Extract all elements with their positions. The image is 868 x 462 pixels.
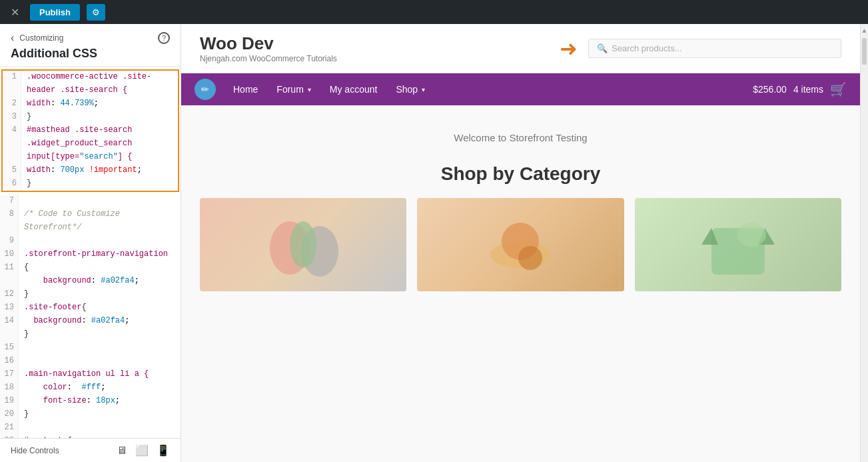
line-number [0, 328, 19, 341]
line-content: .site-footer{ [19, 301, 181, 315]
code-line: header .site-search { [3, 84, 178, 97]
category-card-hats[interactable] [417, 198, 624, 291]
line-content: background: #a02fa4; [19, 275, 181, 288]
line-number: 6 [3, 177, 21, 191]
sidebar-header: ‹ Customizing ? Additional CSS [0, 24, 181, 67]
line-content: Storefront*/ [19, 221, 181, 235]
code-editor[interactable]: 1 .woocommerce-active .site- header .sit… [0, 67, 181, 438]
line-number: 13 [0, 301, 19, 315]
code-line: 9 [0, 235, 181, 248]
right-scrollbar[interactable]: ▲ [860, 24, 868, 462]
code-line: 5 width: 700px !important; [3, 164, 178, 177]
search-icon: 🔍 [597, 43, 608, 53]
back-arrow-icon[interactable]: ‹ [11, 32, 14, 44]
line-content: { [19, 261, 181, 275]
line-content: #masthead .site-search [21, 124, 178, 137]
edit-pencil-icon[interactable]: ✏ [195, 79, 216, 100]
code-line: 12 } [0, 288, 181, 301]
line-number: 15 [0, 341, 19, 355]
line-content: } [21, 177, 178, 191]
section-title: Additional CSS [11, 47, 170, 61]
code-line: 20 } [0, 408, 181, 421]
shop-dropdown-arrow-icon: ▾ [422, 86, 425, 93]
store-tagline: Njengah.com WooCommerce Tutorials [200, 54, 337, 63]
sidebar: ‹ Customizing ? Additional CSS 1 .woocom… [0, 24, 181, 462]
line-number: 10 [0, 248, 19, 261]
line-number: 12 [0, 288, 19, 301]
line-content: .widget_product_search [21, 137, 178, 151]
code-line: 7 [0, 195, 181, 208]
cart-items-count: 4 items [793, 84, 823, 95]
shop-category-label: Shop by Category [441, 163, 601, 184]
line-number: 11 [0, 261, 19, 275]
svg-point-5 [518, 246, 542, 270]
desktop-icon[interactable]: 🖥 [117, 445, 127, 457]
code-line: Storefront*/ [0, 221, 181, 235]
help-icon[interactable]: ? [158, 32, 170, 44]
code-line: .widget_product_search [3, 137, 178, 151]
hoodies-image [200, 198, 406, 291]
svg-point-2 [290, 221, 316, 268]
main-layout: ‹ Customizing ? Additional CSS 1 .woocom… [0, 24, 868, 462]
line-number: 8 [0, 208, 19, 221]
nav-forum-label: Forum [276, 84, 303, 95]
code-line: 16 [0, 355, 181, 368]
line-content [19, 421, 181, 435]
line-number [3, 84, 21, 97]
code-line: 15 [0, 341, 181, 355]
mobile-icon[interactable]: 📱 [157, 444, 170, 457]
nav-item-home[interactable]: Home [224, 73, 267, 105]
code-line: 21 [0, 421, 181, 435]
category-card-hoodies[interactable] [200, 198, 406, 291]
scroll-thumb[interactable] [862, 38, 867, 65]
code-line: 17 .main-navigation ul li a { [0, 368, 181, 381]
line-content: background: #a02fa4; [19, 315, 181, 328]
category-card-tshirts[interactable] [635, 198, 841, 291]
publish-button[interactable]: Publish [30, 4, 80, 21]
arrow-indicator: ➜ [560, 36, 578, 61]
code-line: 6 } [3, 177, 178, 191]
cart-icon[interactable]: 🛒 [830, 81, 847, 97]
forum-dropdown-arrow-icon: ▾ [308, 86, 311, 93]
code-line: } [0, 328, 181, 341]
code-line: 10 .storefront-primary-navigation [0, 248, 181, 261]
line-number: 21 [0, 421, 19, 435]
nav-item-forum[interactable]: Forum ▾ [267, 73, 320, 105]
customizing-label: Customizing [19, 33, 63, 43]
hat-illustration [480, 208, 560, 281]
nav-item-myaccount[interactable]: My account [320, 73, 387, 105]
line-number: 5 [3, 164, 21, 177]
code-line: 18 color: #fff; [0, 381, 181, 395]
code-line: 14 background: #a02fa4; [0, 315, 181, 328]
code-line: 2 width: 44.739%; [3, 97, 178, 111]
highlighted-code-block: 1 .woocommerce-active .site- header .sit… [1, 69, 179, 192]
svg-point-9 [737, 223, 766, 247]
code-line: input[type="search"] { [3, 151, 178, 164]
top-bar: ✕ Publish ⚙ [0, 0, 868, 24]
gear-button[interactable]: ⚙ [87, 4, 105, 21]
shop-by-category-title: Shop by Category [200, 163, 841, 185]
scroll-up-arrow[interactable]: ▲ [861, 24, 868, 37]
code-line: background: #a02fa4; [0, 275, 181, 288]
line-content [19, 195, 181, 208]
line-number [3, 151, 21, 164]
tablet-icon[interactable]: ⬜ [135, 444, 149, 457]
line-content: color: #fff; [19, 381, 181, 395]
close-icon[interactable]: ✕ [5, 3, 25, 21]
line-content: } [21, 111, 178, 124]
store-nav: ✏ Home Forum ▾ My account Shop ▾ $256.00… [181, 73, 860, 105]
line-number: 19 [0, 395, 19, 408]
line-number: 14 [0, 315, 19, 328]
line-number [0, 275, 19, 288]
line-number: 4 [3, 124, 21, 137]
store-header: Woo Dev Njengah.com WooCommerce Tutorial… [181, 24, 860, 73]
line-content: } [19, 328, 181, 341]
code-line: 3 } [3, 111, 178, 124]
nav-item-shop[interactable]: Shop ▾ [386, 73, 434, 105]
line-number: 9 [0, 235, 19, 248]
sidebar-customizing-row: ‹ Customizing ? [11, 32, 170, 44]
line-number: 18 [0, 381, 19, 395]
hide-controls-button[interactable]: Hide Controls [11, 446, 59, 455]
search-bar[interactable]: 🔍 Search products... [588, 39, 841, 58]
line-number: 7 [0, 195, 19, 208]
